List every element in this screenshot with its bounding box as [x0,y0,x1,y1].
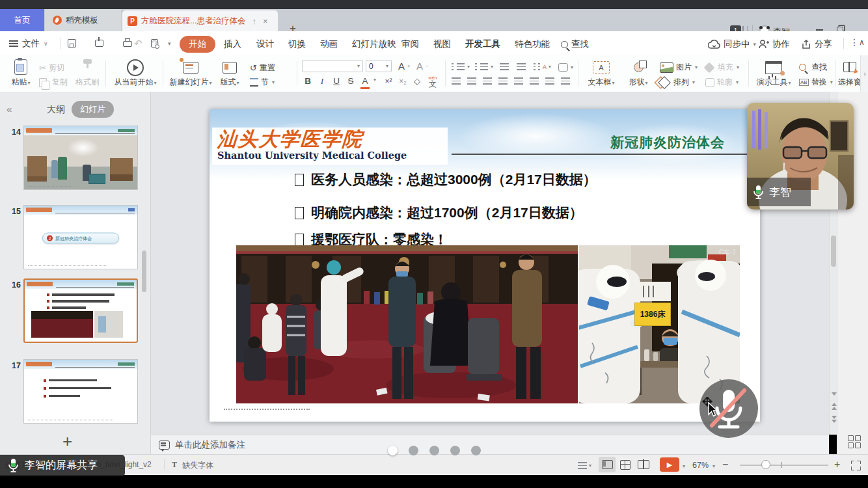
play-options-icon[interactable]: ▾ [683,463,685,469]
zoom-options-icon[interactable]: ▾ [712,463,715,469]
zoom-slider-track[interactable] [740,465,828,466]
phonetic-guide-button[interactable]: wén文 [426,75,440,87]
tab-upload-icon[interactable]: ↑ [252,16,256,26]
menu-item-features[interactable]: 特色功能 [515,38,550,50]
underline-button[interactable]: U [331,75,342,87]
increase-indent-button[interactable] [517,63,526,70]
align-right-button[interactable] [483,77,492,85]
justify-button[interactable] [498,77,508,85]
slide-canvas[interactable]: 汕头大学医学院 Shantou University Medical Colle… [210,109,760,422]
dot[interactable] [409,446,418,455]
menu-item-home[interactable]: 开始 [180,36,215,53]
slide-sorter-button[interactable] [617,457,634,472]
reading-view-button[interactable] [635,457,652,472]
print-icon[interactable] [123,41,132,47]
scrollbar-thumb[interactable] [831,236,836,267]
increase-font-button[interactable]: A+ [398,61,411,72]
next-slide-icon[interactable] [832,416,837,419]
decrease-indent-button[interactable] [500,63,509,70]
superscript-button[interactable]: ×² [383,75,394,87]
zoom-slider-knob[interactable] [761,460,770,469]
slide-thumbnail-15[interactable]: 2 新冠肺炎治疗体会 [23,205,138,269]
dot[interactable] [450,446,460,455]
distribute-button[interactable] [514,77,523,85]
strikethrough-button[interactable]: S [345,75,357,87]
play-slideshow-button[interactable]: ▶ [660,457,679,472]
chevron-down-icon[interactable]: ▾ [373,77,376,83]
align-center-button[interactable] [467,77,476,85]
menu-item-transition[interactable]: 切换 [288,38,306,50]
quickbar-more-icon[interactable]: ▾ [168,40,171,47]
menu-item-review[interactable]: 审阅 [401,38,419,50]
menu-item-insert[interactable]: 插入 [224,38,241,50]
section-button[interactable]: 节 ▾ [250,77,275,88]
decrease-font-button[interactable]: A− [416,61,429,72]
picture-button[interactable]: 图片 ▾ [660,62,698,73]
tab-home[interactable]: 首页 [0,9,44,31]
scroll-down-icon[interactable] [832,392,837,396]
layout-button[interactable]: 版式▾ [215,57,245,90]
subscript-button[interactable]: ×₂ [397,75,409,87]
participant-video[interactable]: 李智 [747,103,854,210]
align-left-button[interactable] [452,77,461,85]
slide-bullet-2[interactable]: 明确院内感染：超过1700例（2月17日数据） [295,204,583,222]
ribbon-scroll-right[interactable]: › [860,55,868,92]
italic-button[interactable]: I [316,75,328,87]
menu-item-view[interactable]: 视图 [433,38,451,50]
numbered-list-button[interactable]: ▾ [475,63,493,70]
new-slide-button[interactable]: 新建幻灯片▾ [168,57,213,90]
reset-button[interactable]: ↺ 重置 [250,62,275,74]
fill-button[interactable]: 填充 ▾ [705,62,739,73]
selection-pane-button[interactable]: 选择窗 [838,57,861,90]
redo-icon[interactable]: ↷ [151,38,159,49]
tab-docer-templates[interactable]: 稻壳模板 [45,9,121,31]
bullet-list-button[interactable]: ▾ [452,63,470,70]
clear-format-button[interactable]: ◇ [411,75,423,87]
notes-toggle-button[interactable]: ▾ [578,462,591,469]
slide-thumbnail-14[interactable] [23,126,138,190]
collapse-panel-button[interactable]: « [7,103,12,115]
collapse-ribbon-icon[interactable]: ∧ [859,38,865,47]
zoom-out-button[interactable]: − [722,459,728,470]
menu-item-slideshow[interactable]: 幻灯片放映 [352,38,396,50]
arrange-button[interactable]: 排列 ▾ [660,77,695,88]
fullscreen-icon[interactable] [851,461,861,470]
font-family-select[interactable]: ▾ [302,60,363,72]
paragraph-settings-button[interactable] [561,77,570,85]
export-icon[interactable] [95,40,103,47]
tab-outline[interactable]: 大纲 [47,104,65,116]
font-color-button[interactable]: A [359,75,371,87]
undo-icon[interactable]: ↶ [134,38,142,49]
paste-button[interactable]: 粘贴▾ [7,57,35,90]
replace-button[interactable]: AB 替换 ▾ [799,77,833,88]
add-slide-button[interactable]: + [62,431,72,452]
collaborate-button[interactable]: 协作 [759,38,790,50]
normal-view-button[interactable] [599,457,616,472]
presentation-tools-button[interactable]: 演示工具▾ [752,57,795,90]
outline-button[interactable]: 轮廓 ▾ [705,77,739,88]
zoom-in-button[interactable]: + [834,459,840,470]
save-icon[interactable] [68,39,76,47]
slide-thumbnail-16-selected[interactable] [23,278,138,343]
menu-find[interactable]: 查找 [561,38,589,50]
sidebar-scrollbar[interactable] [142,251,146,292]
play-from-current-button[interactable]: 从当前开始▾ [111,57,160,90]
more-options-icon[interactable]: ⋮ [850,37,859,47]
format-painter-button[interactable]: 格式刷 [73,57,102,90]
slide-title[interactable]: 新冠肺炎防治体会 [610,133,725,152]
menu-item-devtools[interactable]: 开发工具 [465,38,500,50]
dot-active[interactable] [388,446,398,455]
dot[interactable] [471,446,481,455]
placeholder-format-button[interactable]: ▾ [558,63,573,72]
file-menu[interactable]: 文件 ∨ [9,38,48,49]
copy-button[interactable]: 复制 [39,77,68,88]
university-logo[interactable]: 汕头大学医学院 Shantou University Medical Colle… [212,128,448,165]
char-spacing-button[interactable] [530,77,539,85]
share-button[interactable]: 分享 [802,38,832,50]
shapes-button[interactable]: 形状▾ [623,57,653,90]
menu-item-design[interactable]: 设计 [256,38,274,50]
cut-button[interactable]: ✂ 剪切 [39,62,64,74]
line-spacing-button[interactable] [545,77,554,85]
tab-close-icon[interactable]: × [263,16,268,26]
photo-shelter-hospital-hall[interactable] [236,245,578,403]
